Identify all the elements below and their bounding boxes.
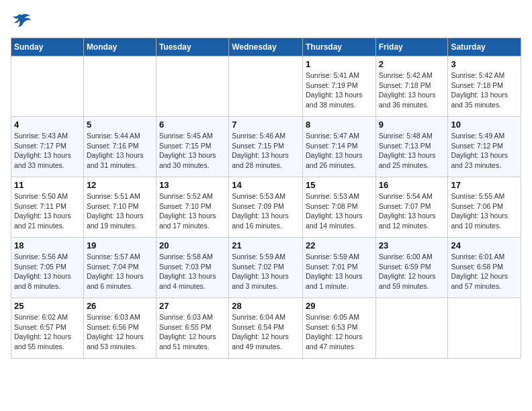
day-info: Sunrise: 5:58 AM Sunset: 7:03 PM Dayligh… <box>159 252 226 291</box>
day-info: Sunrise: 6:02 AM Sunset: 6:57 PM Dayligh… <box>14 312 81 352</box>
day-number: 19 <box>87 240 153 250</box>
day-info: Sunrise: 5:54 AM Sunset: 7:07 PM Dayligh… <box>379 191 445 231</box>
calendar-cell: 28Sunrise: 6:04 AM Sunset: 6:54 PM Dayli… <box>229 298 303 359</box>
day-number: 17 <box>451 180 518 190</box>
calendar-body: 1Sunrise: 5:41 AM Sunset: 7:19 PM Daylig… <box>11 56 521 359</box>
day-info: Sunrise: 5:45 AM Sunset: 7:15 PM Dayligh… <box>159 131 226 171</box>
day-number: 22 <box>306 240 373 250</box>
day-number: 3 <box>451 59 518 69</box>
day-info: Sunrise: 6:05 AM Sunset: 6:53 PM Dayligh… <box>306 312 373 352</box>
calendar-cell <box>229 56 303 117</box>
day-header: Wednesday <box>229 38 303 56</box>
calendar-cell: 5Sunrise: 5:44 AM Sunset: 7:16 PM Daylig… <box>83 117 156 177</box>
day-number: 26 <box>87 301 153 311</box>
calendar-cell: 21Sunrise: 5:59 AM Sunset: 7:02 PM Dayli… <box>229 238 303 298</box>
day-number: 27 <box>159 301 226 311</box>
calendar-cell: 20Sunrise: 5:58 AM Sunset: 7:03 PM Dayli… <box>156 238 228 298</box>
day-info: Sunrise: 5:53 AM Sunset: 7:08 PM Dayligh… <box>306 191 373 231</box>
calendar-cell: 26Sunrise: 6:03 AM Sunset: 6:56 PM Dayli… <box>83 298 156 359</box>
day-number: 5 <box>87 120 153 130</box>
calendar-cell: 2Sunrise: 5:42 AM Sunset: 7:18 PM Daylig… <box>375 56 448 117</box>
day-info: Sunrise: 5:44 AM Sunset: 7:16 PM Dayligh… <box>87 131 153 171</box>
day-info: Sunrise: 5:59 AM Sunset: 7:02 PM Dayligh… <box>232 252 300 291</box>
day-number: 25 <box>14 301 81 311</box>
day-number: 29 <box>306 301 373 311</box>
day-info: Sunrise: 5:55 AM Sunset: 7:06 PM Dayligh… <box>451 191 518 231</box>
calendar-cell: 29Sunrise: 6:05 AM Sunset: 6:53 PM Dayli… <box>302 298 375 359</box>
calendar-cell <box>375 298 448 359</box>
logo-icon <box>11 11 32 32</box>
calendar-cell <box>83 56 156 117</box>
day-info: Sunrise: 5:56 AM Sunset: 7:05 PM Dayligh… <box>14 252 81 291</box>
calendar-cell: 3Sunrise: 5:42 AM Sunset: 7:18 PM Daylig… <box>448 56 521 117</box>
calendar-cell: 17Sunrise: 5:55 AM Sunset: 7:06 PM Dayli… <box>448 177 521 238</box>
day-info: Sunrise: 5:52 AM Sunset: 7:10 PM Dayligh… <box>159 191 226 231</box>
day-number: 23 <box>379 240 445 250</box>
calendar-cell: 1Sunrise: 5:41 AM Sunset: 7:19 PM Daylig… <box>302 56 375 117</box>
day-number: 8 <box>306 120 373 130</box>
day-info: Sunrise: 5:50 AM Sunset: 7:11 PM Dayligh… <box>14 191 81 231</box>
day-header: Sunday <box>11 38 84 56</box>
day-number: 24 <box>451 240 518 250</box>
day-info: Sunrise: 5:48 AM Sunset: 7:13 PM Dayligh… <box>379 131 445 171</box>
calendar-cell: 15Sunrise: 5:53 AM Sunset: 7:08 PM Dayli… <box>302 177 375 238</box>
day-number: 7 <box>232 120 300 130</box>
logo <box>11 11 35 32</box>
calendar-cell: 12Sunrise: 5:51 AM Sunset: 7:10 PM Dayli… <box>83 177 156 238</box>
calendar-cell: 19Sunrise: 5:57 AM Sunset: 7:04 PM Dayli… <box>83 238 156 298</box>
calendar-cell <box>156 56 228 117</box>
day-info: Sunrise: 5:42 AM Sunset: 7:18 PM Dayligh… <box>451 71 518 110</box>
day-number: 9 <box>379 120 445 130</box>
day-number: 16 <box>379 180 445 190</box>
day-number: 12 <box>87 180 153 190</box>
calendar-cell: 4Sunrise: 5:43 AM Sunset: 7:17 PM Daylig… <box>11 117 84 177</box>
day-info: Sunrise: 5:53 AM Sunset: 7:09 PM Dayligh… <box>232 191 300 231</box>
day-number: 6 <box>159 120 226 130</box>
day-header: Thursday <box>302 38 375 56</box>
day-number: 2 <box>379 59 445 69</box>
calendar-cell <box>11 56 84 117</box>
day-info: Sunrise: 5:42 AM Sunset: 7:18 PM Dayligh… <box>379 71 445 110</box>
day-number: 11 <box>14 180 81 190</box>
calendar-cell: 18Sunrise: 5:56 AM Sunset: 7:05 PM Dayli… <box>11 238 84 298</box>
day-info: Sunrise: 5:43 AM Sunset: 7:17 PM Dayligh… <box>14 131 81 171</box>
day-number: 15 <box>306 180 373 190</box>
day-number: 10 <box>451 120 518 130</box>
calendar-cell: 11Sunrise: 5:50 AM Sunset: 7:11 PM Dayli… <box>11 177 84 238</box>
calendar-cell: 8Sunrise: 5:47 AM Sunset: 7:14 PM Daylig… <box>302 117 375 177</box>
day-number: 1 <box>306 59 373 69</box>
day-info: Sunrise: 5:41 AM Sunset: 7:19 PM Dayligh… <box>306 71 373 110</box>
day-info: Sunrise: 6:04 AM Sunset: 6:54 PM Dayligh… <box>232 312 300 352</box>
day-header: Monday <box>83 38 156 56</box>
calendar-cell: 13Sunrise: 5:52 AM Sunset: 7:10 PM Dayli… <box>156 177 228 238</box>
day-number: 14 <box>232 180 300 190</box>
day-info: Sunrise: 6:03 AM Sunset: 6:55 PM Dayligh… <box>159 312 226 352</box>
day-info: Sunrise: 5:46 AM Sunset: 7:15 PM Dayligh… <box>232 131 300 171</box>
calendar-cell: 24Sunrise: 6:01 AM Sunset: 6:58 PM Dayli… <box>448 238 521 298</box>
calendar-cell: 27Sunrise: 6:03 AM Sunset: 6:55 PM Dayli… <box>156 298 228 359</box>
day-info: Sunrise: 6:00 AM Sunset: 6:59 PM Dayligh… <box>379 252 445 291</box>
calendar-cell: 14Sunrise: 5:53 AM Sunset: 7:09 PM Dayli… <box>229 177 303 238</box>
calendar-week: 25Sunrise: 6:02 AM Sunset: 6:57 PM Dayli… <box>11 298 521 359</box>
calendar-week: 1Sunrise: 5:41 AM Sunset: 7:19 PM Daylig… <box>11 56 521 117</box>
day-number: 20 <box>159 240 226 250</box>
day-info: Sunrise: 6:03 AM Sunset: 6:56 PM Dayligh… <box>87 312 153 352</box>
day-header: Saturday <box>448 38 521 56</box>
day-number: 28 <box>232 301 300 311</box>
calendar-week: 18Sunrise: 5:56 AM Sunset: 7:05 PM Dayli… <box>11 238 521 298</box>
calendar-week: 11Sunrise: 5:50 AM Sunset: 7:11 PM Dayli… <box>11 177 521 238</box>
day-header: Friday <box>375 38 448 56</box>
calendar-cell: 6Sunrise: 5:45 AM Sunset: 7:15 PM Daylig… <box>156 117 228 177</box>
calendar-cell: 22Sunrise: 5:59 AM Sunset: 7:01 PM Dayli… <box>302 238 375 298</box>
calendar-cell: 9Sunrise: 5:48 AM Sunset: 7:13 PM Daylig… <box>375 117 448 177</box>
day-info: Sunrise: 5:49 AM Sunset: 7:12 PM Dayligh… <box>451 131 518 171</box>
day-info: Sunrise: 6:01 AM Sunset: 6:58 PM Dayligh… <box>451 252 518 291</box>
calendar-cell: 16Sunrise: 5:54 AM Sunset: 7:07 PM Dayli… <box>375 177 448 238</box>
calendar-cell: 25Sunrise: 6:02 AM Sunset: 6:57 PM Dayli… <box>11 298 84 359</box>
day-info: Sunrise: 5:47 AM Sunset: 7:14 PM Dayligh… <box>306 131 373 171</box>
calendar-week: 4Sunrise: 5:43 AM Sunset: 7:17 PM Daylig… <box>11 117 521 177</box>
day-number: 13 <box>159 180 226 190</box>
day-info: Sunrise: 5:57 AM Sunset: 7:04 PM Dayligh… <box>87 252 153 291</box>
page-header <box>11 11 521 32</box>
day-number: 18 <box>14 240 81 250</box>
